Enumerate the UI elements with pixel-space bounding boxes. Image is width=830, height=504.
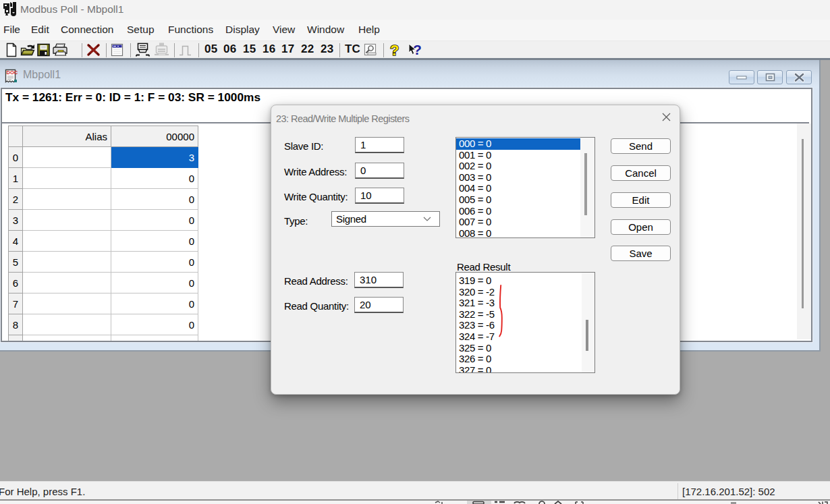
svg-text:DOC: DOC — [7, 69, 18, 76]
svg-text:?: ? — [390, 42, 399, 59]
